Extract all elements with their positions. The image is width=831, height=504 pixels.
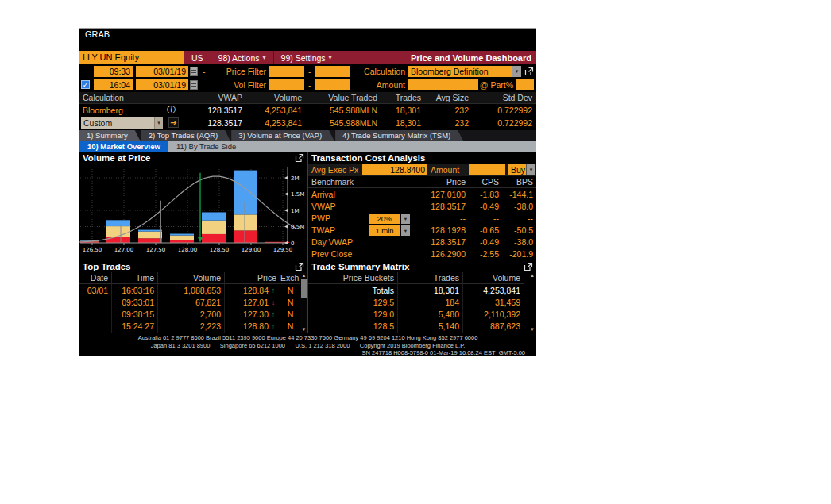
scroll-up-icon[interactable]: ▲ bbox=[300, 272, 307, 279]
calc-cell-vwap: 128.3517 bbox=[179, 117, 246, 129]
top-trades-scrollbar[interactable]: ▲ ▼ bbox=[300, 272, 307, 333]
send-icon[interactable]: ➔ bbox=[168, 117, 179, 128]
benchmark-param-select[interactable]: 20%▾ bbox=[369, 214, 410, 224]
trade-time: 09:38:15 bbox=[111, 309, 157, 321]
tab-1[interactable]: 1) Summary bbox=[79, 130, 141, 141]
chevron-down-icon[interactable]: ▾ bbox=[154, 117, 163, 129]
trade-date bbox=[79, 321, 111, 333]
export-icon[interactable] bbox=[295, 153, 304, 163]
export-icon[interactable] bbox=[524, 67, 534, 76]
chevron-down-icon[interactable]: ▾ bbox=[401, 214, 410, 224]
trade-date bbox=[79, 309, 111, 321]
vol-filter-max-input[interactable] bbox=[315, 79, 350, 90]
calc-name-cell: Bloombergⓘ bbox=[79, 104, 179, 117]
chevron-down-icon[interactable]: ▾ bbox=[401, 225, 410, 236]
benchmark-cps: -0.65 bbox=[469, 225, 502, 235]
scroll-up-icon[interactable]: ▲ bbox=[529, 273, 535, 278]
calendar-icon[interactable] bbox=[190, 67, 198, 76]
end-time-input[interactable]: 16:04 bbox=[94, 79, 133, 90]
benchmark-name: Arrival bbox=[308, 190, 412, 199]
tsm-volume: 2,110,392 bbox=[462, 309, 524, 321]
benchmark-param-select[interactable]: 1 min▾ bbox=[369, 225, 410, 236]
end-date-input[interactable]: 03/01/19 bbox=[136, 79, 188, 90]
top-trades-header-cell: Volume bbox=[157, 272, 224, 284]
avg-exec-row: Avg Exec Px 128.8400 Amount Buy ▾ bbox=[308, 164, 536, 176]
enabled-checkbox[interactable]: ✓ bbox=[81, 80, 90, 89]
price-filter-min-input[interactable] bbox=[269, 66, 304, 77]
window-titlebar: GRAB bbox=[79, 29, 536, 40]
footer-line-3: SN 247718 H008-5798-0 01-Mar-19 16:08:24… bbox=[79, 349, 536, 356]
avg-exec-input[interactable]: 128.8400 bbox=[362, 164, 427, 175]
benchmark-label: VWAP bbox=[311, 202, 336, 211]
tsm-header-cell: Trades bbox=[397, 272, 462, 284]
actions-menu[interactable]: 98) Actions▾ bbox=[211, 51, 273, 64]
benchmark-param-value[interactable]: 20% bbox=[369, 214, 400, 224]
tca-amount-input[interactable] bbox=[469, 164, 505, 175]
scroll-down-icon[interactable]: ▼ bbox=[300, 326, 307, 333]
subtab-10[interactable]: 10) Market Overview bbox=[79, 141, 168, 152]
security-input[interactable]: LLY UN Equity bbox=[79, 51, 184, 64]
benchmark-table-header: BenchmarkPriceCPSBPS bbox=[308, 176, 536, 188]
subtab-11[interactable]: 11) By Trade Side bbox=[168, 141, 244, 152]
tca-header-cell: CPS bbox=[469, 176, 502, 188]
export-icon[interactable] bbox=[295, 262, 304, 271]
trade-date: 03/01 bbox=[79, 284, 111, 296]
info-icon[interactable]: ⓘ bbox=[167, 105, 176, 115]
filter-row-start: 09:33 03/01/19 - Price Filter - Calculat… bbox=[79, 65, 536, 78]
price-filter-max-input[interactable] bbox=[315, 66, 350, 77]
benchmark-bps: -38.0 bbox=[502, 202, 536, 211]
footer-line-1: Australia 61 2 9777 8600 Brazil 5511 239… bbox=[79, 334, 536, 342]
trade-price: 127.01↓ bbox=[224, 296, 280, 308]
benchmark-row: PWP20%▾------ bbox=[308, 212, 536, 224]
trade-volume: 2,223 bbox=[157, 321, 224, 333]
part-input[interactable] bbox=[516, 79, 534, 90]
price-up-icon: ↑ bbox=[270, 322, 276, 330]
tab-3[interactable]: 3) Volume at Price (VAP) bbox=[231, 130, 334, 141]
vap-bar-blue bbox=[170, 234, 194, 236]
start-date-input[interactable]: 03/01/19 bbox=[136, 66, 188, 77]
calc-cell-value_traded: 545.988MLN bbox=[306, 117, 381, 129]
side-select[interactable]: Buy bbox=[508, 164, 526, 175]
top-trades-title-text: Top Trades bbox=[83, 262, 131, 271]
top-trades-header-cell: Date bbox=[79, 272, 111, 284]
calendar-icon[interactable] bbox=[190, 80, 198, 90]
amount-label: Amount bbox=[348, 79, 405, 90]
scroll-down-icon[interactable]: ▼ bbox=[529, 327, 535, 332]
tsm-bucket-row: 129.518431,459 bbox=[308, 296, 524, 308]
vap-bar-blue bbox=[234, 171, 257, 215]
calc-cell-value_traded: 545.988MLN bbox=[306, 104, 381, 117]
calc-cell-volume: 4,253,841 bbox=[246, 104, 306, 117]
settings-menu[interactable]: 99) Settings▾ bbox=[273, 51, 339, 64]
tab-4[interactable]: 4) Trade Summary Matrix (TSM) bbox=[335, 130, 463, 141]
vol-filter-min-input[interactable] bbox=[269, 79, 304, 90]
tab-2[interactable]: 2) Top Trades (AQR) bbox=[141, 130, 230, 141]
trade-price: 128.84↑ bbox=[224, 284, 280, 296]
chevron-down-icon[interactable]: ▾ bbox=[512, 66, 521, 77]
chevron-down-icon[interactable]: ▾ bbox=[526, 164, 535, 175]
start-time-input[interactable]: 09:33 bbox=[94, 66, 133, 77]
calc-header-cell: Value Traded bbox=[306, 92, 381, 104]
vap-bar-blue bbox=[138, 230, 162, 232]
top-trades-header-cell: Time bbox=[111, 272, 157, 284]
y-tick bbox=[284, 193, 288, 196]
trade-row: 09:33:0167,821127.01↓N bbox=[79, 296, 300, 308]
benchmark-param-value[interactable]: 1 min bbox=[369, 225, 400, 236]
benchmark-row: Prev Close126.2900-2.55-201.9 bbox=[308, 248, 536, 260]
benchmark-label: TWAP bbox=[311, 225, 335, 235]
scroll-thumb[interactable] bbox=[301, 279, 307, 298]
tsm-volume: 887,623 bbox=[462, 321, 524, 333]
check-icon: ✓ bbox=[83, 81, 89, 89]
trade-price-value: 128.80 bbox=[243, 321, 269, 331]
custom-calc-select[interactable]: Custom▾ bbox=[81, 117, 163, 129]
trade-exchange: N bbox=[280, 296, 300, 308]
trade-volume: 2,700 bbox=[157, 309, 224, 321]
vap-chart: 00.5M1M1.5M2M126.50127.00127.50128.00128… bbox=[79, 164, 308, 260]
amount-input[interactable] bbox=[408, 79, 478, 90]
trade-exchange: N bbox=[280, 284, 300, 296]
tsm-bucket: Totals bbox=[308, 284, 397, 296]
benchmark-bps: -50.5 bbox=[502, 225, 536, 235]
calculation-select[interactable]: Bloomberg Definition bbox=[408, 66, 512, 77]
tca-header-cell: Price bbox=[412, 176, 469, 188]
export-icon[interactable] bbox=[524, 262, 533, 271]
chevron-down-icon: ▾ bbox=[263, 54, 266, 61]
